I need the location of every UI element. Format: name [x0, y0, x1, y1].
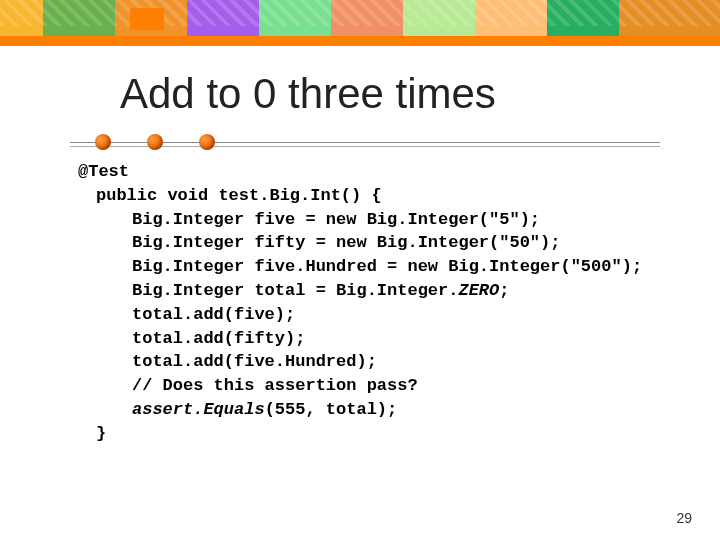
bullet-dot-icon [147, 134, 163, 150]
code-constant: ZERO [458, 281, 499, 300]
bullet-dot-icon [95, 134, 111, 150]
code-text: ; [499, 281, 509, 300]
code-text: (555, total); [265, 400, 398, 419]
page-number: 29 [676, 510, 692, 526]
code-line: total.add(fifty); [78, 327, 660, 351]
header-banner [0, 0, 720, 46]
code-line: assert.Equals(555, total); [78, 398, 660, 422]
code-line: } [78, 422, 660, 446]
code-line: Big.Integer five = new Big.Integer("5"); [78, 208, 660, 232]
code-comment: // Does this assertion pass? [78, 374, 660, 398]
bullet-dot-icon [199, 134, 215, 150]
decorative-divider [70, 136, 660, 152]
code-block: @Test public void test.Big.Int() { Big.I… [78, 160, 660, 446]
code-line: public void test.Big.Int() { [78, 184, 660, 208]
code-line: @Test [78, 160, 660, 184]
code-line: total.add(five); [78, 303, 660, 327]
code-line: Big.Integer total = Big.Integer.ZERO; [78, 279, 660, 303]
code-assert: assert.Equals [132, 400, 265, 419]
code-line: Big.Integer five.Hundred = new Big.Integ… [78, 255, 660, 279]
code-line: total.add(five.Hundred); [78, 350, 660, 374]
slide-title: Add to 0 three times [120, 70, 660, 118]
code-line: Big.Integer fifty = new Big.Integer("50"… [78, 231, 660, 255]
code-text: Big.Integer total = Big.Integer. [132, 281, 458, 300]
